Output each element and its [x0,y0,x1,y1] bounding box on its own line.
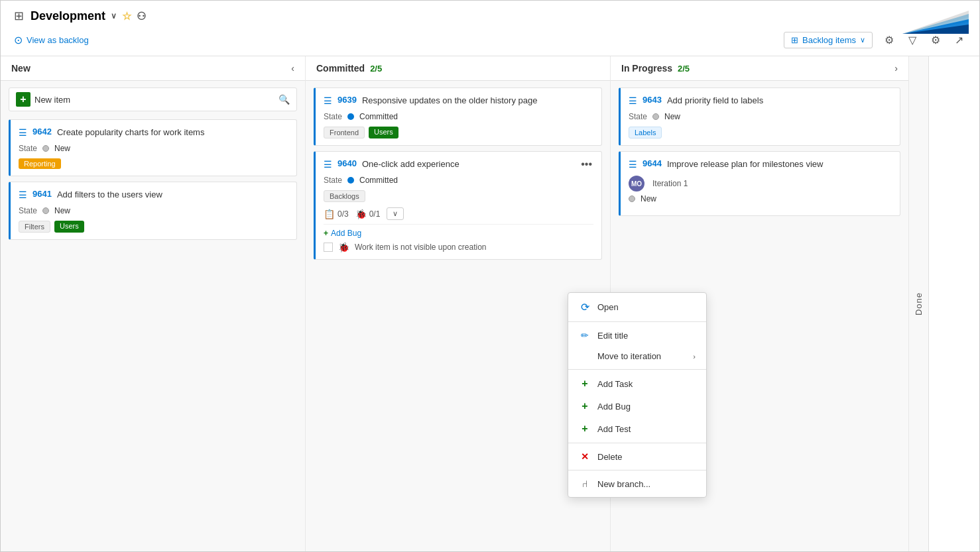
bug-count: 0/1 [369,209,381,219]
card-title: Improve release plan for milestones view [667,158,824,170]
expand-children-button[interactable]: ∨ [387,207,404,220]
ctx-delete[interactable]: ✕ Delete [568,446,706,467]
new-item-label: New item [34,95,70,105]
view-as-backlog-button[interactable]: ⊙ View as backlog [14,34,89,46]
member-icon[interactable]: ⚇ [137,10,146,23]
ctx-edit-title-label: Edit title [597,331,628,341]
card-tags: Backlogs [324,190,593,202]
new-item-bar[interactable]: + New item 🔍 [9,87,297,111]
state-label: State [324,112,342,121]
ctx-divider-2 [568,369,706,370]
card-9640[interactable]: ••• ☰ 9640 One-click add experience Stat… [314,151,602,260]
card-more-button[interactable]: ••• [577,157,596,172]
tag-labels[interactable]: Labels [629,127,662,138]
avatar: MO [629,176,644,192]
column-inprogress-title: In Progress [621,63,672,74]
delete-icon: ✕ [579,451,591,462]
tag-reporting[interactable]: Reporting [19,158,61,169]
work-item-icon: ☰ [19,127,27,138]
ctx-add-task[interactable]: + Add Task [568,372,706,395]
card-title: One-click add experience [362,158,459,170]
bug-icon: 🐞 [355,209,367,219]
card-title: Add filters to the users view [57,189,162,201]
column-done: Done [909,56,929,551]
state-value: New [629,194,656,203]
card-9639[interactable]: ☰ 9639 Responsive updates on the older h… [314,87,602,146]
state-dot [347,177,354,184]
card-tags: Frontend Users [324,127,593,138]
state-dot [652,113,659,120]
committed-count: 2/5 [370,64,382,74]
state-dot [42,207,49,214]
sub-items: 📋 0/3 🐞 0/1 ∨ [324,207,593,220]
expand-inprogress-icon[interactable]: › [894,63,898,74]
tag-users[interactable]: Users [54,221,84,233]
tag-frontend[interactable]: Frontend [324,127,365,138]
ctx-move-iteration-label: Move to iteration [597,351,661,361]
work-item-icon: ☰ [324,159,332,170]
state-label: State [629,112,647,121]
child-item-row: 🐞 Work item is not visible upon creation [324,242,593,252]
done-label: Done [914,292,924,315]
submenu-chevron-icon: › [693,353,696,360]
card-title: Responsive updates on the older history … [362,95,538,107]
plus-icon: + [324,229,328,238]
ctx-new-branch-label: New branch... [597,479,650,489]
tag-users[interactable]: Users [369,127,398,138]
grid-icon-small: ⊞ [791,35,798,45]
add-task-icon: + [579,378,591,390]
ctx-divider-1 [568,321,706,322]
backlog-items-button[interactable]: ⊞ Backlog items ∨ [784,32,873,48]
project-title: Development [31,9,105,23]
child-checkbox[interactable] [324,243,333,252]
add-test-icon: + [579,423,591,435]
search-icon[interactable]: 🔍 [278,94,290,105]
state-value: New [42,144,70,153]
ctx-open-label: Open [597,302,619,312]
work-item-icon: ☰ [19,190,27,200]
state-label: State [19,144,37,153]
card-9641[interactable]: ☰ 9641 Add filters to the users view Sta… [9,182,297,240]
state-dot [42,145,49,152]
card-id: 9640 [337,158,357,168]
work-item-icon: ☰ [324,95,332,106]
tag-filters[interactable]: Filters [19,221,50,233]
card-tags: Reporting [19,158,288,169]
add-child-row: + Add Bug [324,224,593,238]
dropdown-chevron-icon: ∨ [860,36,865,44]
new-item-plus-button[interactable]: + [16,92,31,107]
card-id: 9642 [32,127,52,137]
card-9643[interactable]: ☰ 9643 Add priority field to labels Stat… [619,87,900,146]
card-title: Add priority field to labels [667,95,763,107]
column-new: New ‹ + New item 🔍 [1,56,306,551]
star-icon[interactable]: ☆ [122,10,131,23]
card-id: 9639 [337,95,357,105]
child-item-title: Work item is not visible upon creation [355,243,487,252]
card-9644[interactable]: ☰ 9644 Improve release plan for mileston… [619,151,900,216]
logo [889,7,969,40]
dropdown-arrow-icon[interactable]: ∨ [111,11,117,21]
ctx-new-branch[interactable]: ⑁ New branch... [568,473,706,494]
ctx-move-iteration[interactable]: Move to iteration › [568,346,706,366]
ctx-open[interactable]: ⟳ Open [568,296,706,319]
work-item-icon: ☰ [629,95,637,106]
ctx-divider-4 [568,470,706,470]
task-count: 0/3 [337,209,349,219]
column-committed-title: Committed [316,63,365,74]
add-bug-icon: + [579,400,591,412]
tag-backlogs[interactable]: Backlogs [324,190,365,202]
add-bug-button[interactable]: + Add Bug [324,229,361,238]
ctx-add-test[interactable]: + Add Test [568,417,706,440]
state-dot [629,195,635,202]
edit-icon: ✏ [579,330,591,341]
state-value: New [652,112,680,121]
column-new-title: New [11,63,31,74]
ctx-add-task-label: Add Task [597,379,633,389]
ctx-edit-title[interactable]: ✏ Edit title [568,325,706,346]
card-id: 9641 [32,189,52,199]
ctx-add-bug-label: Add Bug [597,402,631,412]
card-id: 9643 [643,95,662,105]
ctx-add-bug[interactable]: + Add Bug [568,395,706,417]
collapse-new-column-icon[interactable]: ‹ [291,63,294,74]
card-9642[interactable]: ☰ 9642 Create popularity charts for work… [9,119,297,176]
